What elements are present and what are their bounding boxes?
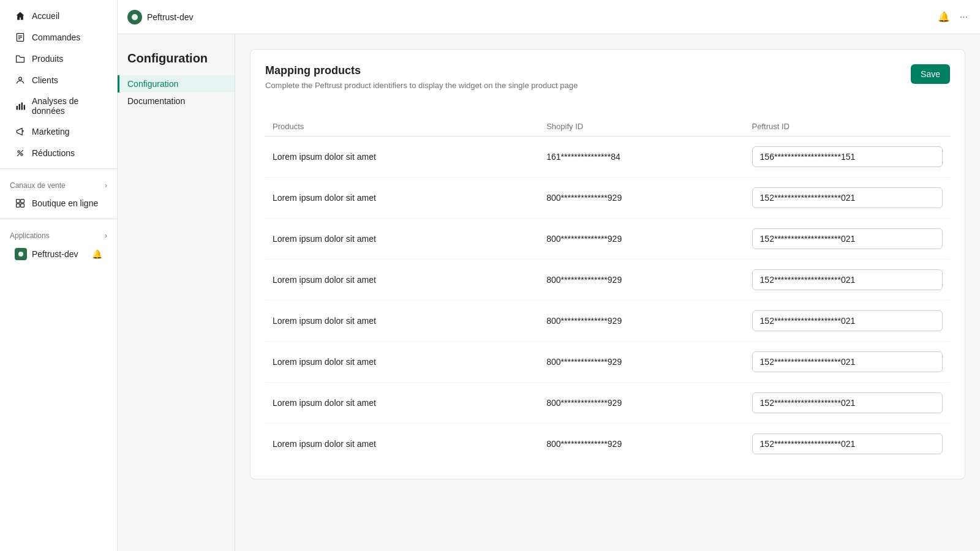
sidebar-section-applications[interactable]: Applications › — [0, 224, 117, 242]
cell-product: Lorem ipsum dolor sit amet — [265, 260, 539, 301]
sidebar-divider-1 — [0, 168, 117, 169]
sidebar-item-produits[interactable]: Produits — [5, 48, 112, 69]
products-icon — [15, 53, 26, 64]
boutique-icon — [15, 198, 26, 209]
peftrust-id-input[interactable] — [752, 187, 943, 208]
sidebar-label-commandes: Commandes — [32, 32, 80, 42]
sidebar-item-accueil[interactable]: Accueil — [5, 6, 112, 26]
sidebar-label-marketing: Marketing — [32, 127, 69, 137]
sidebar-label-reductions: Réductions — [32, 148, 75, 158]
sidebar-item-clients[interactable]: Clients — [5, 70, 112, 91]
cell-peftrust-id — [745, 301, 950, 342]
sidebar-nav: Accueil Commandes Produits Clients Analy… — [0, 0, 117, 551]
sidebar-canaux-label: Canaux de vente — [10, 181, 66, 190]
sidebar-applications-label: Applications — [10, 231, 50, 240]
peftrust-app-label: Peftrust-dev — [32, 249, 87, 259]
chevron-right-icon: › — [105, 181, 107, 190]
cell-peftrust-id — [745, 383, 950, 424]
svg-point-4 — [19, 77, 22, 80]
topbar-actions: 🔔 ··· — [935, 9, 970, 25]
peftrust-id-input[interactable] — [752, 351, 943, 372]
cell-product: Lorem ipsum dolor sit amet — [265, 383, 539, 424]
cell-product: Lorem ipsum dolor sit amet — [265, 137, 539, 178]
peftrust-id-input[interactable] — [752, 146, 943, 167]
card-subtitle: Complete the Peftrust product identifier… — [265, 81, 578, 90]
peftrust-bell-icon[interactable]: 🔔 — [92, 249, 102, 259]
peftrust-id-input[interactable] — [752, 228, 943, 249]
peftrust-id-input[interactable] — [752, 269, 943, 290]
cell-peftrust-id — [745, 137, 950, 178]
header-peftrust-id: Peftrust ID — [745, 117, 950, 137]
clients-icon — [15, 75, 26, 86]
svg-rect-14 — [17, 200, 20, 203]
cell-shopify-id: 800**************929 — [539, 219, 744, 260]
cell-shopify-id: 800**************929 — [539, 178, 744, 219]
cell-shopify-id: 800**************929 — [539, 301, 744, 342]
peftrust-app-icon — [15, 248, 27, 260]
svg-point-11 — [18, 151, 20, 152]
discounts-icon — [15, 148, 26, 159]
marketing-icon — [15, 126, 26, 137]
mapping-card: Mapping products Complete the Peftrust p… — [250, 49, 965, 479]
svg-point-18 — [18, 252, 23, 257]
content-area: Configuration Configuration Documentatio… — [118, 34, 980, 551]
analytics-icon — [15, 100, 26, 111]
cell-product: Lorem ipsum dolor sit amet — [265, 342, 539, 383]
peftrust-id-input[interactable] — [752, 310, 943, 331]
svg-point-12 — [21, 154, 23, 156]
sidebar-item-boutique[interactable]: Boutique en ligne — [5, 193, 112, 214]
sidebar-item-reductions[interactable]: Réductions — [5, 143, 112, 163]
topbar-more-button[interactable]: ··· — [957, 9, 970, 25]
sidebar: Accueil Commandes Produits Clients Analy… — [0, 0, 118, 551]
svg-rect-7 — [21, 102, 23, 110]
top-bar: Peftrust-dev 🔔 ··· — [118, 0, 980, 34]
sidebar-item-peftrust[interactable]: Peftrust-dev 🔔 — [5, 243, 112, 265]
table-row: Lorem ipsum dolor sit amet800***********… — [265, 260, 950, 301]
topbar-bell-button[interactable]: 🔔 — [935, 9, 952, 25]
cell-peftrust-id — [745, 260, 950, 301]
header-products: Products — [265, 117, 539, 137]
cell-shopify-id: 800**************929 — [539, 383, 744, 424]
card-title: Mapping products — [265, 64, 578, 77]
cell-shopify-id: 800**************929 — [539, 260, 744, 301]
table-row: Lorem ipsum dolor sit amet161***********… — [265, 137, 950, 178]
svg-rect-16 — [17, 204, 20, 208]
svg-point-19 — [132, 14, 138, 20]
svg-rect-6 — [19, 104, 20, 110]
table-row: Lorem ipsum dolor sit amet800***********… — [265, 301, 950, 342]
subnav-item-configuration[interactable]: Configuration — [118, 75, 235, 92]
svg-rect-15 — [21, 200, 24, 203]
cell-peftrust-id — [745, 219, 950, 260]
page-content: Mapping products Complete the Peftrust p… — [235, 34, 980, 551]
app-logo — [127, 10, 142, 24]
topbar-app-name: Peftrust-dev — [147, 12, 193, 22]
sidebar-label-analyses: Analyses de données — [32, 96, 102, 116]
cell-product: Lorem ipsum dolor sit amet — [265, 301, 539, 342]
cell-shopify-id: 800**************929 — [539, 424, 744, 465]
sidebar-item-commandes[interactable]: Commandes — [5, 27, 112, 48]
card-header: Mapping products Complete the Peftrust p… — [265, 64, 578, 105]
table-row: Lorem ipsum dolor sit amet800***********… — [265, 342, 950, 383]
subnav-item-documentation[interactable]: Documentation — [118, 92, 235, 110]
sidebar-item-analyses[interactable]: Analyses de données — [5, 91, 112, 121]
cell-product: Lorem ipsum dolor sit amet — [265, 424, 539, 465]
sidebar-section-canaux[interactable]: Canaux de vente › — [0, 174, 117, 192]
svg-rect-8 — [24, 105, 25, 110]
cell-shopify-id: 800**************929 — [539, 342, 744, 383]
save-button[interactable]: Save — [911, 64, 950, 84]
table-row: Lorem ipsum dolor sit amet800***********… — [265, 219, 950, 260]
sub-nav: Configuration Configuration Documentatio… — [118, 34, 235, 551]
header-shopify-id: Shopify ID — [539, 117, 744, 137]
svg-rect-17 — [21, 204, 24, 208]
peftrust-id-input[interactable] — [752, 392, 943, 413]
cell-product: Lorem ipsum dolor sit amet — [265, 178, 539, 219]
svg-rect-5 — [17, 106, 18, 110]
peftrust-id-input[interactable] — [752, 433, 943, 454]
sidebar-item-marketing[interactable]: Marketing — [5, 121, 112, 142]
table-row: Lorem ipsum dolor sit amet800***********… — [265, 424, 950, 465]
cell-product: Lorem ipsum dolor sit amet — [265, 219, 539, 260]
mapping-table: Products Shopify ID Peftrust ID Lorem ip… — [265, 117, 950, 464]
chevron-right-icon-2: › — [105, 231, 107, 240]
main-content: Peftrust-dev 🔔 ··· Configuration Configu… — [118, 0, 980, 551]
cell-peftrust-id — [745, 342, 950, 383]
